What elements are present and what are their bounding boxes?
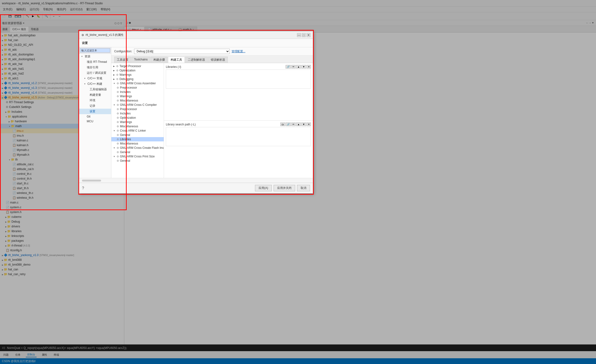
modal-tree-cog-10: ⚙ <box>117 108 119 111</box>
modal-tree-triangle-19: ▼ <box>113 147 115 149</box>
modal-footer-left: ? <box>82 186 84 190</box>
modal-tree-item-14[interactable]: ⚙ Miscellaneous <box>111 124 164 129</box>
modal-tree-cog-14: ⚙ <box>117 125 119 128</box>
libpath-add-btn[interactable]: 🔗 <box>286 123 291 126</box>
modal-tree-cog-22: ⚙ <box>117 159 119 162</box>
libraries-add-btn[interactable]: 🔗 <box>286 65 291 69</box>
nav-label-10: 设置 <box>89 109 95 113</box>
modal-filter-input[interactable] <box>80 48 110 52</box>
modal-tree-item-18[interactable]: ⚙ Miscellaneous <box>111 141 164 146</box>
modal-tree-cog-5: ⚙ <box>117 86 119 89</box>
libpath-list <box>166 127 311 146</box>
apply-btn[interactable]: 应用(A) <box>255 185 272 191</box>
modal-nav-item-8[interactable]: 环境 <box>79 98 111 103</box>
modal-tab-3[interactable]: 构建工具 <box>168 57 185 63</box>
nav-label-1: 项目 RT-Thread <box>87 60 107 64</box>
modal-nav-item-9[interactable]: 记录 <box>79 103 111 109</box>
modal-tree-item-8[interactable]: ⚙ Miscellaneous <box>111 98 164 103</box>
modal-tree-label-16: General <box>120 133 130 137</box>
modal-tree-label-19: GNU ARM Cross Create Flash Image <box>120 146 164 150</box>
modal-tree-item-17[interactable]: ⚙ Libraries <box>111 137 164 141</box>
modal-tree-item-19[interactable]: ▼⚙ GNU ARM Cross Create Flash Image <box>111 146 164 150</box>
modal-tree-item-4[interactable]: ▼⚙ GNU ARM Cross Assembler <box>111 81 164 86</box>
modal-nav-list: ▼资源项目 RT-Thread项目引用运行 / 调试设置▼C/C++ 常规▼C/… <box>79 54 111 178</box>
modal-tree-item-6[interactable]: ⚙ Includes <box>111 90 164 94</box>
libraries-list <box>166 70 311 89</box>
modal-scrollbar[interactable] <box>82 180 101 182</box>
modal-tab-5[interactable]: 错误解析器 <box>208 57 228 63</box>
modal-tree-item-1[interactable]: ▶⚙ Optimization <box>111 68 164 73</box>
modal-nav-item-4[interactable]: ▼C/C++ 常规 <box>79 76 111 81</box>
modal-tree-item-16[interactable]: ⚙ General <box>111 133 164 137</box>
modal-tree-label-4: GNU ARM Cross Assembler <box>120 82 156 85</box>
modal-header-text: 设置 <box>82 41 88 45</box>
modal-tree-cog-3: ⚙ <box>116 78 119 81</box>
modal-minimize-btn[interactable]: — <box>297 33 301 37</box>
cancel-btn[interactable]: 取消 <box>297 185 310 191</box>
modal-tree-item-0[interactable]: ▶⚙ Target Processor <box>111 64 164 68</box>
modal-nav-item-2[interactable]: 项目引用 <box>79 65 111 70</box>
modal-tab-4[interactable]: 二进制解析器 <box>185 57 208 63</box>
modal-tree-cog-4: ⚙ <box>117 82 119 85</box>
modal-tab-2[interactable]: 构建步骤 <box>151 57 168 63</box>
modal-tree-item-20[interactable]: ⚙ General <box>111 150 164 154</box>
modal-tree-cog-20: ⚙ <box>117 151 119 154</box>
modal-tree-cog-15: ⚙ <box>117 129 119 132</box>
modal-nav-item-11[interactable]: Git <box>79 114 111 119</box>
modal-tree-item-12[interactable]: ⚙ Optimization <box>111 116 164 120</box>
modal-tree-label-5: Preprocessor <box>120 86 137 89</box>
modal-tree-label-17: Libraries <box>120 138 131 141</box>
modal-nav-item-7[interactable]: 构建变量 <box>79 92 111 98</box>
modal-nav-item-6[interactable]: 工具链编辑器 <box>79 87 111 92</box>
modal-tree-item-2[interactable]: ▶⚙ Warnings <box>111 73 164 77</box>
modal-tree-item-21[interactable]: ▼⚙ GNU ARM Cross Print Size <box>111 154 164 159</box>
apply-close-btn[interactable]: 应用并关闭 <box>274 185 295 191</box>
modal-tree-item-7[interactable]: ⚙ Warnings <box>111 94 164 98</box>
modal-nav-item-1[interactable]: 项目 RT-Thread <box>79 59 111 65</box>
libpath-edit-btn[interactable]: ✏ <box>291 123 296 126</box>
modal-tree-cog-2: ⚙ <box>116 73 119 76</box>
libraries-down-btn[interactable]: ▼ <box>301 65 306 69</box>
libraries-delete-btn[interactable]: ✕ <box>307 65 311 69</box>
modal-nav-item-5[interactable]: ▼C/C++ 构建 <box>79 81 111 87</box>
modal-title-btns: — □ ✕ <box>297 33 310 37</box>
modal-tree-item-11[interactable]: ⚙ Includes <box>111 111 164 116</box>
libpath-delete-btn[interactable]: ✕ <box>307 123 311 126</box>
modal-config-select[interactable]: Debug [活动] <box>134 49 230 54</box>
modal-tree-item-22[interactable]: ⚙ General <box>111 159 164 163</box>
help-icon[interactable]: ? <box>82 186 84 190</box>
libpath-up-btn[interactable]: ▲ <box>296 123 301 126</box>
modal-nav-item-12[interactable]: MCU <box>79 119 111 124</box>
modal-config-label: Configuration: <box>114 50 132 53</box>
libraries-edit-btn[interactable]: ✏ <box>291 65 296 69</box>
modal-tabs-bar: 工具设置Toolchains构建步骤构建工具二进制解析器错误解析器 <box>111 56 313 63</box>
modal-tree-triangle-21: ▼ <box>113 155 115 158</box>
modal-maximize-btn[interactable]: □ <box>302 33 306 37</box>
modal-tree-cog-12: ⚙ <box>117 116 119 119</box>
modal-libpath-header: Library search path (-L) 🗂 🔗 ✏ ▲ ▼ ✕ <box>166 123 311 126</box>
modal-nav-item-0[interactable]: ▼资源 <box>79 54 111 59</box>
modal-tab-1[interactable]: Toolchains <box>131 57 150 63</box>
modal-libraries-btns: 🔗 ✏ ▲ ▼ ✕ <box>286 65 311 69</box>
libpath-down-btn[interactable]: ▼ <box>301 123 306 126</box>
modal-tree-item-10[interactable]: ⚙ Preprocessor <box>111 107 164 111</box>
modal-manage-config-link[interactable]: 管理配置... <box>231 50 246 53</box>
modal-body: ▼资源项目 RT-Thread项目引用运行 / 调试设置▼C/C++ 常规▼C/… <box>79 47 313 178</box>
modal-tree-item-5[interactable]: ⚙ Preprocessor <box>111 86 164 90</box>
modal-nav-item-10[interactable]: 设置 <box>79 109 111 114</box>
modal-left-nav: ▼资源项目 RT-Thread项目引用运行 / 调试设置▼C/C++ 常规▼C/… <box>79 47 111 178</box>
libraries-up-btn[interactable]: ▲ <box>296 65 301 69</box>
modal-tree-label-22: General <box>120 159 130 162</box>
modal-tree-item-3[interactable]: ▶⚙ Debugging <box>111 77 164 81</box>
modal-title-left: ⚙ rtt_bishe_wurenji_v1.5 的属性 <box>82 33 124 37</box>
libpath-workspace-btn[interactable]: 🗂 <box>280 123 285 126</box>
modal-nav-item-3[interactable]: 运行 / 调试设置 <box>79 70 111 76</box>
modal-config-bar: Configuration: Debug [活动] 管理配置... <box>111 47 313 56</box>
modal-tree-item-13[interactable]: ⚙ Warnings <box>111 120 164 124</box>
modal-titlebar: ⚙ rtt_bishe_wurenji_v1.5 的属性 — □ ✕ <box>79 31 313 39</box>
modal-close-btn[interactable]: ✕ <box>307 33 310 37</box>
modal-tree-triangle-9: ▼ <box>113 104 115 106</box>
modal-tab-0[interactable]: 工具设置 <box>114 57 131 63</box>
modal-tree-item-15[interactable]: ▼⚙ Cross ARM C Linker <box>111 129 164 133</box>
modal-tree-item-9[interactable]: ▼⚙ GNU ARM Cross C Compiler <box>111 103 164 107</box>
